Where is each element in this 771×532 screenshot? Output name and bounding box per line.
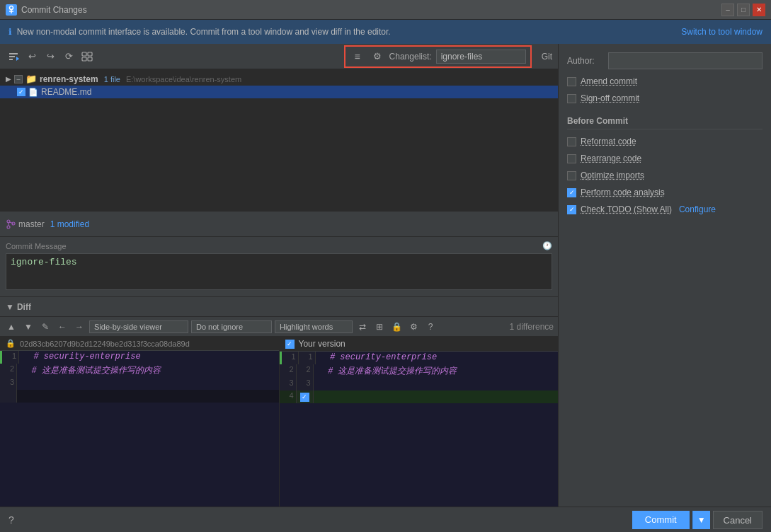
rearrange-checkbox[interactable] xyxy=(567,154,576,163)
diff-columns-icon[interactable]: ⊞ xyxy=(372,320,387,334)
move-to-changelist-icon[interactable] xyxy=(6,49,21,64)
diff-row: 2 2 # 这是准备测试提交操作写的内容 xyxy=(280,364,559,378)
files-toolbar: ↩ ↪ ⟳ ≡ ⚙ Changelist: xyxy=(0,44,558,69)
diff-line-num: 2 xyxy=(0,364,17,377)
window-controls[interactable]: – □ ✕ xyxy=(721,4,765,16)
clock-icon[interactable]: 🕐 xyxy=(542,241,552,250)
reformat-row: Reformat code xyxy=(567,135,763,148)
diff-line-num: 2 xyxy=(280,364,297,378)
redo-icon[interactable]: ↪ xyxy=(42,49,58,64)
tree-path: E:\workspace\idea\renren-system xyxy=(126,75,241,83)
diff-area: ▼ Diff ▲ ▼ ✎ ← → Side-by-side viewer Uni… xyxy=(0,296,558,507)
diff-line-num2: 1 xyxy=(299,352,316,364)
diff-settings-icon[interactable]: ⚙ xyxy=(406,320,421,334)
modified-count[interactable]: 1 modified xyxy=(50,219,89,229)
diff-label: Diff xyxy=(17,302,31,312)
diff-help-icon[interactable]: ? xyxy=(423,320,438,334)
signoff-commit-checkbox[interactable] xyxy=(567,94,576,103)
switch-to-tool-window-link[interactable]: Switch to tool window xyxy=(681,27,763,37)
configure-link[interactable]: Configure xyxy=(679,204,716,214)
folder-icon: 📁 xyxy=(25,74,37,84)
diff-line-checkbox[interactable]: ✓ xyxy=(300,393,309,402)
group-icon[interactable] xyxy=(79,49,95,64)
close-button[interactable]: ✕ xyxy=(753,4,765,16)
tree-checkbox-renren-system[interactable]: – xyxy=(14,75,23,83)
diff-up-icon[interactable]: ▲ xyxy=(4,320,18,334)
diff-line-num: 1 xyxy=(2,351,19,364)
author-section: Author: Amend commit Sign-off commit xyxy=(567,52,763,105)
diff-toggle[interactable]: ▼ Diff xyxy=(6,302,31,312)
check-todo-checkbox[interactable]: ✓ xyxy=(567,205,576,214)
svg-marker-6 xyxy=(16,57,19,61)
diff-line-content: # 这是准备测试提交操作写的内容 xyxy=(314,364,462,378)
diff-line-content: # 这是准备测试提交操作写的内容 xyxy=(17,364,165,377)
right-panel: Author: Amend commit Sign-off commit Bef… xyxy=(559,44,771,507)
diff-content: 🔒 02d83cb6207d9b2d12249be2d313f3cca08da8… xyxy=(0,337,558,507)
diff-right-header: ✓ Your version xyxy=(280,337,559,352)
diff-row-check[interactable]: ✓ xyxy=(297,391,314,403)
diff-lock-icon[interactable]: 🔒 xyxy=(389,320,404,334)
reformat-label: Reformat code xyxy=(581,137,636,146)
svg-rect-7 xyxy=(82,52,86,56)
diff-line-content xyxy=(314,378,322,391)
cancel-button[interactable]: Cancel xyxy=(713,511,763,529)
app-icon xyxy=(6,4,17,16)
diff-right-checkbox[interactable]: ✓ xyxy=(285,340,295,349)
commit-dropdown-button[interactable]: ▼ xyxy=(692,511,710,529)
diff-toolbar-left: ▲ ▼ ✎ ← → Side-by-side viewer Unified vi… xyxy=(4,320,438,334)
bottom-right: Commit ▼ Cancel xyxy=(632,511,763,529)
diff-line-num: 3 xyxy=(280,378,297,391)
optimize-label: Optimize imports xyxy=(581,170,644,180)
diff-line-num2: 2 xyxy=(297,364,314,378)
rearrange-row: Rearrange code xyxy=(567,152,763,165)
tree-label-renren-system: renren-system xyxy=(40,74,98,84)
diff-highlight-select[interactable]: Highlight words Highlight chars xyxy=(275,320,353,333)
branch-name: master xyxy=(18,219,45,229)
diff-ignore-select[interactable]: Do not ignore Ignore whitespace xyxy=(191,320,272,333)
diff-row-added: 4 ✓ xyxy=(280,391,559,403)
diff-line-content: # security-enterprise xyxy=(19,351,145,364)
signoff-commit-label: Sign-off commit xyxy=(581,93,639,103)
svg-rect-10 xyxy=(88,57,92,61)
tree-checkbox-readme[interactable]: ✓ xyxy=(17,88,25,96)
diff-line-num xyxy=(0,390,17,403)
infobar-message: ℹ New non-modal commit interface is avai… xyxy=(8,27,391,37)
diff-down-icon[interactable]: ▼ xyxy=(21,320,35,334)
titlebar: Commit Changes – □ ✕ xyxy=(0,0,771,20)
diff-version-label: Your version xyxy=(299,339,345,349)
diff-edit-icon[interactable]: ✎ xyxy=(38,320,52,334)
tree-item-renren-system[interactable]: ▶ – 📁 renren-system 1 file E:\workspace\… xyxy=(0,72,558,86)
commit-message-area: Commit Message 🕐 ignore-files xyxy=(0,236,558,296)
diff-right-pane: ✓ Your version 1 1 # security-enterprise… xyxy=(279,337,559,507)
reformat-checkbox[interactable] xyxy=(567,137,576,146)
help-icon[interactable]: ? xyxy=(8,514,14,526)
diff-row-empty xyxy=(0,390,279,403)
maximize-button[interactable]: □ xyxy=(737,4,750,16)
diff-line-num: 3 xyxy=(0,377,17,390)
code-analysis-checkbox[interactable]: ✓ xyxy=(567,188,576,197)
file-tree: ▶ – 📁 renren-system 1 file E:\workspace\… xyxy=(0,69,558,211)
diff-left-pane: 🔒 02d83cb6207d9b2d12249be2d313f3cca08da8… xyxy=(0,337,279,507)
commit-message-input[interactable]: ignore-files xyxy=(6,253,552,290)
diff-prev-icon[interactable]: ← xyxy=(55,320,69,334)
commit-button[interactable]: Commit xyxy=(632,511,690,529)
tree-item-readme[interactable]: ✓ 📄 README.md xyxy=(0,86,558,98)
diff-next-icon[interactable]: → xyxy=(72,320,86,334)
optimize-checkbox[interactable] xyxy=(567,171,576,180)
git-label: Git xyxy=(536,52,552,62)
infobar: ℹ New non-modal commit interface is avai… xyxy=(0,20,771,44)
amend-commit-checkbox[interactable] xyxy=(567,77,576,86)
tree-info-file-count: 1 file xyxy=(104,75,120,83)
refresh-icon[interactable]: ⟳ xyxy=(61,49,76,64)
diff-toolbar: ▲ ▼ ✎ ← → Side-by-side viewer Unified vi… xyxy=(0,317,558,337)
changelist-select[interactable]: ignore-files Default Changelist xyxy=(436,50,526,64)
diff-viewer-select[interactable]: Side-by-side viewer Unified viewer xyxy=(89,320,188,333)
author-input[interactable] xyxy=(608,52,763,69)
main-content: ↩ ↪ ⟳ ≡ ⚙ Changelist: xyxy=(0,44,771,507)
diff-sync-icon[interactable]: ⇄ xyxy=(355,320,370,334)
minimize-button[interactable]: – xyxy=(721,4,734,16)
diff-line-content: # security-enterprise xyxy=(316,352,442,364)
settings-icon[interactable]: ⚙ xyxy=(370,49,385,64)
left-panel: ↩ ↪ ⟳ ≡ ⚙ Changelist: xyxy=(0,44,559,507)
undo-icon[interactable]: ↩ xyxy=(24,49,40,64)
